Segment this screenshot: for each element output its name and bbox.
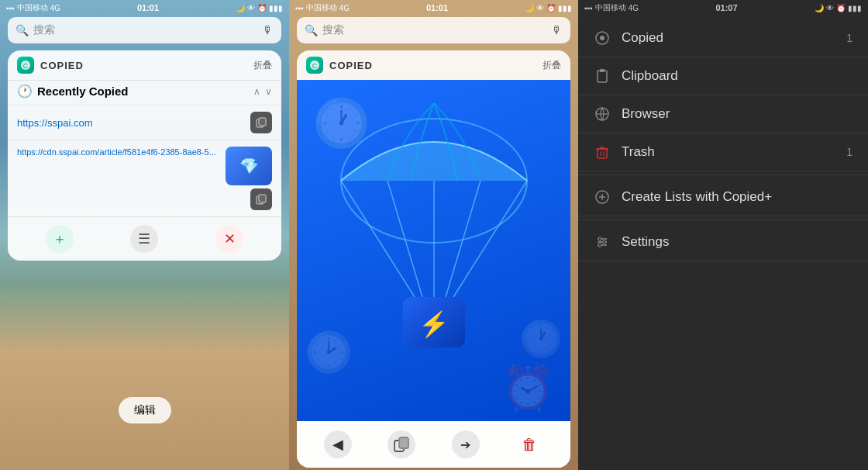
delete-button[interactable]: ✕ [215,225,243,253]
divider-1 [578,175,868,175]
back-button[interactable]: ◀ [324,430,352,458]
svg-point-36 [603,240,606,244]
trash-icon [594,144,611,160]
svg-text:⚡: ⚡ [418,309,450,339]
mic-icon-1[interactable]: 🎙 [263,24,274,36]
menu-item-trash[interactable]: Trash 1 [578,133,868,171]
status-left-3: ▪▪▪ 中国移动 4G [584,2,639,13]
copied-badge: 1 [846,32,852,44]
create-lists-label: Create Lists with Copied+ [622,189,852,205]
clipboard-label: Clipboard [622,68,842,84]
network-2: 4G [339,4,350,12]
network: 4G [50,4,60,12]
moon-icon: 🌙 [236,4,245,12]
svg-text:C: C [23,62,29,70]
battery-icon-3: ▮▮▮ [848,4,862,12]
moon-icon-2: 🌙 [525,4,534,12]
svg-point-35 [598,237,601,240]
status-bar-2: ▪▪▪ 中国移动 4G 01:01 🌙 👁 ⏰ ▮▮▮ [289,0,578,16]
bottom-nav-2: ◀ ➔ 🗑 [297,421,570,468]
browser-label: Browser [622,106,842,122]
search-icon-1: 🔍 [16,24,29,36]
status-left: ▪▪▪ 中国移动 4G [6,2,60,13]
copied-label: Copied [622,30,835,46]
svg-rect-25 [598,149,607,158]
widget-app-name-2: COPIED [329,60,536,71]
item2-url: https://cdn.sspai.com/article/f581e4f6-2… [17,147,216,158]
menu-item-settings[interactable]: Settings [578,223,868,261]
bg-clock-3: ⏰ [501,363,555,413]
widget-app-name-1: COPIED [40,60,247,71]
forward-button[interactable]: ➔ [452,430,480,458]
plus-icon: ＋ [53,230,67,248]
list-button[interactable]: ☰ [130,225,158,253]
signal-icon: ▪▪▪ [6,4,15,12]
menu-item-browser[interactable]: Browser [578,95,868,133]
trash-button-nav[interactable]: 🗑 [515,430,543,458]
widget-app-icon-2: C [306,57,323,74]
signal-icon-3: ▪▪▪ [584,4,593,12]
edit-button[interactable]: 编辑 [119,397,171,423]
delete-icon: ✕ [224,230,236,247]
widget-2: C COPIED 折叠 🕐 🕑 [297,50,570,468]
alarm-icon: ⏰ [257,4,267,12]
status-right-2: 🌙 👁 ⏰ ▮▮▮ [525,4,572,12]
time-2: 01:01 [426,3,448,12]
panel-3: ▪▪▪ 中国移动 4G 01:07 🌙 👁 ⏰ ▮▮▮ Copied 1 Cli… [578,0,868,470]
panel-1: ▪▪▪ 中国移动 4G 01:01 🌙 👁 ⏰ ▮▮▮ 🔍 搜索 🎙 C COP… [0,0,289,470]
widget-header-1: C COPIED 折叠 [8,50,281,80]
panel-2: ▪▪▪ 中国移动 4G 01:01 🌙 👁 ⏰ ▮▮▮ 🔍 搜索 🎙 C COP… [289,0,578,470]
widget-item-2: https://cdn.sspai.com/article/f581e4f6-2… [8,140,281,216]
item1-url: https://sspai.com [17,117,93,129]
time-3: 01:07 [715,3,737,12]
search-bar-1[interactable]: 🔍 搜索 🎙 [8,17,281,43]
app-illustration: 🕐 🕑 ⚡ [297,80,570,421]
search-icon-2: 🔍 [305,24,318,36]
copy-btn-1[interactable] [250,112,272,133]
eye-icon-3: 👁 [826,4,834,12]
settings-icon [594,234,611,250]
menu-item-create-lists[interactable]: Create Lists with Copied+ [578,178,868,216]
menu-item-copied[interactable]: Copied 1 [578,19,868,57]
widget-thumbnail: 💎 [226,147,272,185]
alarm-icon-2: ⏰ [546,4,556,12]
mic-icon-2[interactable]: 🎙 [552,24,563,36]
svg-line-10 [388,181,422,297]
moon-icon-3: 🌙 [815,4,824,12]
signal-icon-2: ▪▪▪ [295,4,304,12]
chevron-up-icon[interactable]: ∧ [253,86,260,97]
copy-btn-2[interactable] [250,188,272,210]
forward-icon: ➔ [460,437,470,452]
widget-fold-2[interactable]: 折叠 [542,59,561,72]
divider-2 [578,219,868,220]
trash-badge: 1 [846,146,852,158]
widget-1: C COPIED 折叠 🕐 Recently Copied ∧ ∨ https:… [8,50,281,261]
trash-label: Trash [622,144,835,160]
copy-overlay-icon [394,437,409,452]
chevron-down-icon[interactable]: ∨ [265,86,272,97]
svg-point-37 [598,244,601,247]
widget-toolbar-1: ＋ ☰ ✕ [8,216,281,261]
clock-icon: 🕐 [17,84,33,98]
svg-rect-3 [259,118,266,126]
settings-label: Settings [622,234,852,250]
widget-item-1: https://sspai.com [8,105,281,140]
bg-clock-4: 🕐 [519,318,563,359]
copy-overlay-button[interactable] [388,430,415,458]
plus-circle-icon [594,189,611,205]
edit-label: 编辑 [134,403,156,416]
svg-rect-5 [259,195,266,202]
widget-header-2: C COPIED 折叠 [297,50,570,80]
svg-rect-21 [598,71,607,82]
menu-item-clipboard[interactable]: Clipboard [578,57,868,95]
add-button[interactable]: ＋ [46,225,74,253]
time-1: 01:01 [137,3,159,12]
search-placeholder-2: 搜索 [322,23,547,37]
battery-icon-2: ▮▮▮ [558,4,572,12]
search-bar-2[interactable]: 🔍 搜索 🎙 [297,17,570,43]
widget-fold-1[interactable]: 折叠 [253,59,272,72]
list-icon: ☰ [138,230,150,247]
trash-icon-nav: 🗑 [522,436,537,454]
recently-copied-label: Recently Copied [37,85,249,98]
svg-rect-22 [600,69,604,72]
